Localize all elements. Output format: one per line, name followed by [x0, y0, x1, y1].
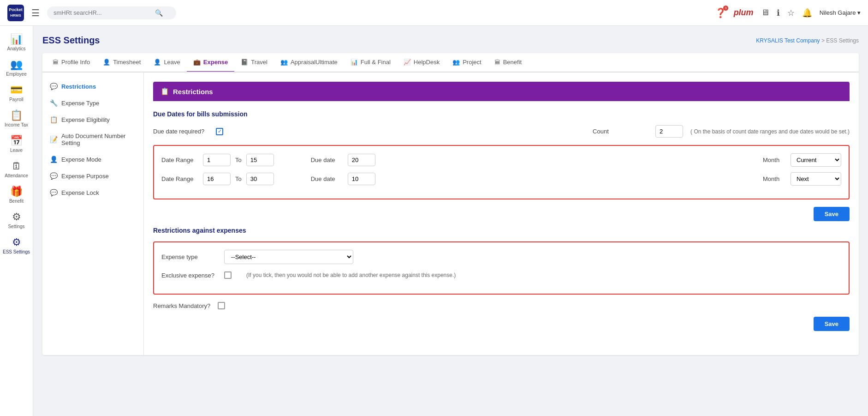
logo-svg: Pocket HRMS [7, 5, 24, 21]
plum-logo: plum [734, 8, 754, 18]
left-nav-expense-lock[interactable]: 💬 Expense Lock [42, 184, 143, 201]
sidebar-label-benefit: Benefit [9, 199, 24, 204]
expense-type-select[interactable]: --Select-- [224, 250, 353, 264]
tab-full-final[interactable]: 📊 Full & Final [344, 53, 397, 72]
sidebar-item-benefit[interactable]: 🎁 Benefit [0, 182, 33, 207]
search-bar: 🔍 [47, 6, 176, 19]
star-icon[interactable]: ☆ [787, 8, 795, 18]
month-select-2[interactable]: Current Next Previous [791, 172, 841, 186]
payroll-icon: 💳 [10, 84, 23, 96]
expense-eligibility-icon: 📋 [50, 116, 58, 123]
ess-settings-icon: ⚙ [12, 236, 21, 248]
sidebar-item-employee[interactable]: 👥 Employee [0, 55, 33, 80]
search-input[interactable] [54, 9, 155, 16]
sidebar-label-leave: Leave [10, 148, 23, 153]
sidebar-item-settings[interactable]: ⚙ Settings [0, 207, 33, 233]
page-title: ESS Settings [42, 35, 100, 46]
date-range-to-label-1: To [235, 157, 242, 163]
tab-label-leave: Leave [164, 59, 180, 66]
settings-icon: ⚙ [12, 211, 21, 223]
date-range-from-1[interactable] [203, 154, 231, 166]
tab-profile-info[interactable]: 🏛 Profile Info [46, 53, 96, 72]
left-nav-expense-eligibility[interactable]: 📋 Expense Eligibility [42, 111, 143, 128]
tab-label-expense: Expense [203, 59, 228, 66]
right-content: 📋 Restrictions Due Dates for bills submi… [144, 72, 859, 355]
left-nav-label-auto-document: Auto Document Number Setting [61, 133, 136, 146]
date-range-label-2: Date Range [161, 175, 198, 182]
date-range-to-1[interactable] [246, 154, 274, 166]
tab-helpdesk[interactable]: 📈 HelpDesk [397, 53, 446, 72]
due-date-required-label: Due date required? [153, 128, 208, 135]
sidebar-label-payroll: Payroll [9, 97, 24, 102]
date-range-from-2[interactable] [203, 173, 231, 185]
left-nav-label-expense-eligibility: Expense Eligibility [61, 116, 110, 123]
user-menu[interactable]: Nilesh Gajare ▾ [820, 9, 861, 16]
analytics-icon: 📊 [10, 33, 23, 45]
remarks-mandatory-label: Remarks Mandatory? [153, 302, 210, 309]
tab-project[interactable]: 👥 Project [446, 53, 488, 72]
benefit-tab-icon: 🏛 [494, 59, 500, 66]
appraisal-icon: 👥 [280, 59, 288, 66]
help-icon[interactable]: ❓3 [715, 7, 726, 18]
due-date-required-row: Due date required? Count ( On the basis … [153, 125, 850, 138]
due-date-input-1[interactable] [348, 154, 375, 166]
left-nav-expense-type[interactable]: 🔧 Expense Type [42, 95, 143, 111]
tab-travel[interactable]: 📓 Travel [234, 53, 274, 72]
left-nav-expense-mode[interactable]: 👤 Expense Mode [42, 151, 143, 168]
date-range-label-1: Date Range [161, 157, 198, 163]
main-content: ESS Settings KRYSALIS Test Company > ESS… [33, 26, 868, 416]
exclusive-expense-row: Exclusive expense? (If you tick, then yo… [161, 271, 841, 279]
count-input[interactable] [655, 125, 683, 138]
profile-info-icon: 🏛 [53, 59, 59, 66]
breadcrumb-company[interactable]: KRYSALIS Test Company [756, 37, 820, 44]
tab-label-benefit: Benefit [503, 59, 522, 66]
tab-benefit[interactable]: 🏛 Benefit [488, 53, 528, 72]
tab-timesheet[interactable]: 👤 Timesheet [96, 53, 147, 72]
sidebar-item-attendance[interactable]: 🗓 Attendance [0, 157, 33, 182]
sidebar-item-analytics[interactable]: 📊 Analytics [0, 30, 33, 55]
left-nav-restrictions[interactable]: 💬 Restrictions [42, 78, 143, 95]
hamburger-button[interactable]: ☰ [31, 7, 40, 18]
left-nav-expense-purpose[interactable]: 💬 Expense Purpose [42, 168, 143, 184]
left-nav-label-expense-lock: Expense Lock [61, 189, 99, 196]
expense-type-icon: 🔧 [50, 99, 58, 107]
timesheet-icon: 👤 [103, 59, 110, 66]
section-header: 📋 Restrictions [153, 82, 850, 101]
sidebar-item-income-tax[interactable]: 📋 Income Tax [0, 106, 33, 131]
count-label: Count [593, 128, 648, 135]
left-nav-auto-document[interactable]: 📝 Auto Document Number Setting [42, 128, 143, 151]
info-icon[interactable]: ℹ [777, 8, 780, 18]
tab-label-travel: Travel [251, 59, 268, 66]
sidebar-item-payroll[interactable]: 💳 Payroll [0, 80, 33, 106]
restrictions-against-box: Expense type --Select-- Exclusive expens… [153, 241, 850, 295]
date-ranges-box: Date Range To Due date Month Current [153, 145, 850, 199]
svg-text:HRMS: HRMS [10, 13, 21, 18]
app-logo: Pocket HRMS [7, 5, 24, 21]
tab-leave[interactable]: 👤 Leave [147, 53, 186, 72]
remarks-mandatory-row: Remarks Mandatory? [153, 302, 850, 309]
restrictions-against-title: Restrictions against expenses [153, 227, 850, 234]
sidebar-item-ess-settings[interactable]: ⚙ ESS Settings [0, 233, 33, 258]
breadcrumb-current: ESS Settings [826, 37, 859, 44]
section-title: Restrictions [173, 88, 213, 96]
due-dates-title: Due Dates for bills submission [153, 110, 850, 118]
sidebar-item-leave[interactable]: 📅 Leave [0, 131, 33, 157]
tab-appraisal[interactable]: 👥 AppraisalUltimate [274, 53, 344, 72]
expense-lock-icon: 💬 [50, 189, 58, 196]
notification-icon[interactable]: 🔔 [802, 8, 812, 18]
search-icon: 🔍 [155, 9, 163, 17]
month-select-1[interactable]: Current Next Previous [791, 153, 841, 167]
save-button-2[interactable]: Save [814, 317, 850, 331]
date-range-to-2[interactable] [246, 173, 274, 185]
monitor-icon[interactable]: 🖥 [761, 8, 769, 18]
expense-type-row: Expense type --Select-- [161, 250, 841, 264]
benefit-icon: 🎁 [10, 186, 23, 198]
save-button-1[interactable]: Save [814, 207, 850, 221]
tab-expense[interactable]: 💼 Expense [187, 53, 234, 72]
due-date-input-2[interactable] [348, 173, 375, 185]
exclusive-expense-checkbox[interactable] [224, 271, 232, 279]
left-nav-label-restrictions: Restrictions [61, 83, 96, 90]
remarks-mandatory-checkbox[interactable] [218, 302, 225, 309]
exclusive-expense-label: Exclusive expense? [161, 272, 217, 279]
due-date-required-checkbox[interactable] [216, 128, 223, 135]
